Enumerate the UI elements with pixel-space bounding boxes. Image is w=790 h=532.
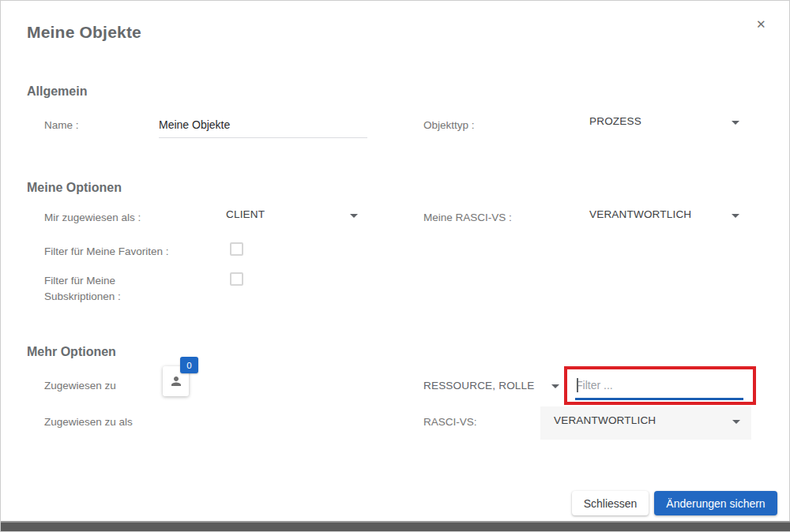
- assigned-count-badge: 0: [180, 357, 198, 373]
- section-heading-meine-optionen: Meine Optionen: [27, 181, 122, 195]
- chevron-down-icon[interactable]: [551, 384, 559, 388]
- rasci-vs-label: RASCI-VS:: [423, 414, 477, 430]
- chevron-down-icon[interactable]: [732, 420, 740, 424]
- mir-zugewiesen-label: Mir zugewiesen als :: [44, 210, 141, 226]
- objekttyp-label: Objekttyp :: [423, 118, 475, 133]
- text-cursor: [577, 378, 578, 392]
- subskriptionen-label: Filter für Meine Subskriptionen :: [44, 273, 179, 305]
- person-icon: [169, 374, 183, 388]
- rasci-vs-select[interactable]: VERANTWORTLICH: [540, 406, 751, 440]
- chevron-down-icon[interactable]: [732, 214, 739, 218]
- filter-input[interactable]: [576, 377, 743, 394]
- favoriten-label: Filter für Meine Favoriten :: [44, 244, 169, 260]
- favoriten-checkbox[interactable]: [230, 242, 243, 256]
- close-icon[interactable]: ✕: [756, 18, 766, 30]
- meine-rasci-label: Meine RASCI-VS :: [423, 210, 512, 226]
- bottom-window-edge: [1, 521, 790, 531]
- save-changes-button[interactable]: Änderungen sichern: [654, 491, 777, 515]
- subskriptionen-checkbox[interactable]: [230, 272, 243, 286]
- objekttyp-value[interactable]: PROZESS: [589, 115, 641, 127]
- dialog: ✕ Meine Objekte Allgemein Name : Objektt…: [0, 0, 790, 532]
- name-label: Name :: [44, 118, 79, 133]
- close-button[interactable]: Schliessen: [572, 491, 649, 515]
- ressource-rolle-value[interactable]: RESSOURCE, ROLLE: [423, 380, 535, 392]
- page-title: Meine Objekte: [27, 23, 141, 42]
- input-focus-underline: [575, 398, 743, 400]
- name-input[interactable]: [159, 111, 367, 138]
- rasci-vs-value[interactable]: VERANTWORTLICH: [554, 414, 656, 426]
- meine-rasci-value[interactable]: VERANTWORTLICH: [589, 208, 691, 220]
- zugewiesen-zu-als-label: Zugewiesen zu als: [44, 414, 133, 430]
- mir-zugewiesen-value[interactable]: CLIENT: [226, 208, 265, 220]
- chevron-down-icon[interactable]: [350, 214, 358, 218]
- zugewiesen-zu-label: Zugewiesen zu: [44, 378, 116, 394]
- section-heading-mehr-optionen: Mehr Optionen: [27, 345, 116, 359]
- section-heading-allgemein: Allgemein: [27, 84, 87, 99]
- chevron-down-icon[interactable]: [732, 121, 739, 125]
